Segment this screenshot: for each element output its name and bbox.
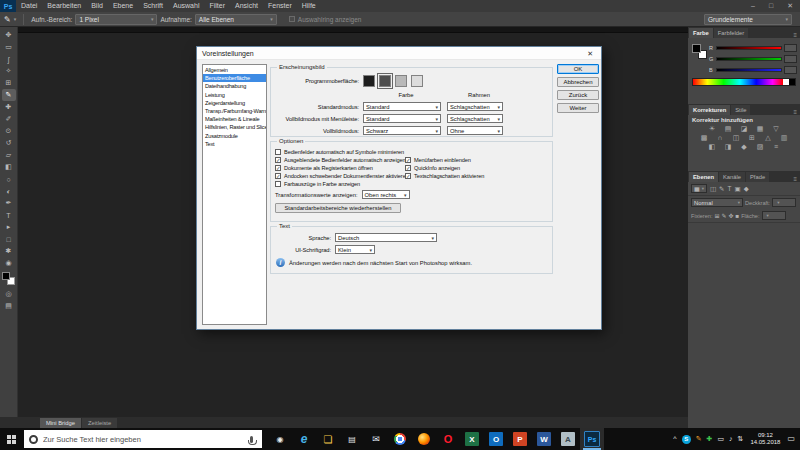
panel-tab[interactable]: Farbe — [689, 28, 713, 38]
panel-tab[interactable]: Farbfelder — [714, 28, 748, 38]
color-slider[interactable] — [716, 57, 782, 61]
border-mode-dropdown[interactable]: Schlagschatten — [447, 102, 503, 111]
quick-mask-button[interactable]: ◎ — [2, 288, 16, 300]
pen-tool-icon[interactable]: ✒ — [2, 197, 16, 209]
close-icon[interactable]: ✕ — [780, 0, 800, 12]
preferences-category-item[interactable]: Leistung — [203, 91, 266, 99]
color-mode-dropdown[interactable]: Schwarz — [363, 126, 441, 135]
show-sampling-ring-checkbox[interactable]: Auswahlring anzeigen — [289, 16, 362, 23]
preferences-category-item[interactable]: Zeigerdarstellung — [203, 99, 266, 107]
preferences-category-item[interactable]: Allgemein — [203, 66, 266, 74]
taskbar-clock[interactable]: 09:12 14.05.2018 — [750, 432, 780, 446]
panel-tab[interactable]: Stile — [731, 105, 750, 115]
mail-app-icon[interactable]: ✉ — [364, 428, 388, 450]
foreground-color-swatch[interactable] — [692, 44, 701, 53]
gradient-tool-icon[interactable]: ◧ — [2, 161, 16, 173]
powerpoint-app-icon[interactable]: P — [508, 428, 532, 450]
preference-checkbox[interactable]: ✓ QuickInfo anzeigen — [405, 164, 484, 172]
layer-filter-icon[interactable]: ◆ — [744, 185, 749, 193]
dialog-button[interactable]: OK — [557, 64, 599, 74]
adjustment-icon[interactable]: ▤ — [723, 125, 734, 133]
dodge-tool-icon[interactable]: ◐ — [2, 185, 16, 197]
adjustment-icon[interactable]: ◧ — [707, 143, 718, 151]
action-center-icon[interactable]: ▭ — [787, 428, 795, 450]
menu-item[interactable]: Hilfe — [297, 0, 321, 12]
dialog-button[interactable]: Abbrechen — [557, 77, 599, 87]
volume-tray-icon[interactable]: ♪ — [729, 428, 733, 450]
workspace-switcher-dropdown[interactable]: Grundelemente — [704, 14, 792, 25]
word-app-icon[interactable]: W — [532, 428, 556, 450]
dialog-close-icon[interactable]: ✕ — [579, 47, 601, 60]
network-tray-icon[interactable]: ⇅ — [738, 428, 744, 450]
preference-checkbox[interactable]: ✓ Ausgeblendete Bedienfelder automatisch… — [275, 156, 409, 164]
healing-brush-tool-icon[interactable]: ✚ — [2, 101, 16, 113]
sample-layers-dropdown[interactable]: Alle Ebenen — [195, 14, 277, 25]
language-dropdown[interactable]: Deutsch — [335, 233, 437, 242]
adjustment-icon[interactable]: ≡ — [771, 143, 782, 151]
preference-checkbox[interactable]: ✓ Dokumente als Registerkarten öffnen — [275, 164, 409, 172]
foreground-background-color-swatches[interactable] — [2, 272, 15, 285]
brush-tool-icon[interactable]: ✐ — [2, 113, 16, 125]
adjustment-icon[interactable]: ▥ — [779, 134, 790, 142]
menu-item[interactable]: Fenster — [263, 0, 297, 12]
opera-app-icon[interactable]: O — [436, 428, 460, 450]
excel-app-icon[interactable]: X — [460, 428, 484, 450]
preference-checkbox[interactable]: Farbauszüge in Farbe anzeigen — [275, 180, 409, 188]
adjustment-icon[interactable]: ◫ — [731, 134, 742, 142]
preference-checkbox[interactable]: Bedienfelder automatisch auf Symbole min… — [275, 148, 409, 156]
color-slider[interactable] — [716, 68, 782, 72]
hidden-icons-chevron-icon[interactable]: ^ — [673, 428, 676, 450]
dialog-button[interactable]: Weiter — [557, 103, 599, 113]
minimize-icon[interactable]: – — [744, 0, 762, 12]
color-mode-dropdown[interactable]: Standard — [363, 114, 441, 123]
tool-preset-chevron-icon[interactable]: ▾ — [14, 16, 17, 22]
dialog-button[interactable]: Zurück — [557, 90, 599, 100]
adjustment-icon[interactable]: ▽ — [771, 125, 782, 133]
layer-filter-icon[interactable]: T — [728, 185, 732, 192]
adjustment-icon[interactable]: △ — [763, 134, 774, 142]
preference-checkbox[interactable]: ✓ Menüfarben einblenden — [405, 156, 484, 164]
layer-filter-icon[interactable]: ▣ — [735, 185, 741, 193]
lock-icon[interactable]: ■ — [736, 213, 740, 219]
lock-icon[interactable]: ✎ — [721, 212, 726, 219]
edge-app-icon[interactable]: e — [292, 428, 316, 450]
move-tool-icon[interactable]: ✥ — [2, 29, 16, 41]
slider-value-box[interactable] — [784, 55, 797, 63]
menu-item[interactable]: Datei — [16, 0, 42, 12]
preferences-category-item[interactable]: Zusatzmodule — [203, 132, 266, 140]
adjustment-icon[interactable]: ◨ — [723, 143, 734, 151]
restore-icon[interactable]: □ — [762, 0, 780, 12]
restore-workspaces-button[interactable]: Standardarbeitsbereiche wiederherstellen — [275, 203, 401, 213]
photoshop-app-icon[interactable]: Ps — [580, 428, 604, 450]
outlook-app-icon[interactable]: O — [484, 428, 508, 450]
layer-filter-icon[interactable]: ◫ — [710, 185, 716, 193]
eyedropper-tool-icon[interactable]: ✎ — [2, 89, 16, 101]
theme-swatch[interactable] — [363, 75, 375, 87]
bottom-panel-tab[interactable]: Mini Bridge — [40, 418, 81, 428]
lock-icon[interactable]: ✥ — [729, 212, 734, 219]
skype-tray-icon[interactable]: S — [682, 435, 691, 444]
preferences-category-item[interactable]: Hilfslinien, Raster und Slices — [203, 123, 266, 131]
menu-item[interactable]: Ebene — [108, 0, 138, 12]
color-spectrum-bar[interactable] — [692, 78, 796, 86]
panel-menu-icon[interactable]: ≡ — [790, 109, 800, 115]
panel-tab[interactable]: Kanäle — [719, 172, 745, 182]
antivirus-tray-icon[interactable]: ✚ — [707, 428, 713, 450]
microphone-icon[interactable] — [250, 436, 253, 443]
adjustment-icon[interactable]: ▨ — [755, 143, 766, 151]
marquee-tool-icon[interactable]: ▭ — [2, 41, 16, 53]
lock-icon[interactable]: ⊞ — [714, 212, 719, 219]
eraser-tool-icon[interactable]: ▱ — [2, 149, 16, 161]
bottom-panel-tab[interactable]: Zeitleiste — [82, 418, 117, 428]
quick-selection-tool-icon[interactable]: ✧ — [2, 65, 16, 77]
blur-tool-icon[interactable]: ○ — [2, 173, 16, 185]
acrobat-app-icon[interactable]: A — [556, 428, 580, 450]
adjustment-icon[interactable]: ◪ — [739, 125, 750, 133]
color-swatch-pair[interactable] — [692, 44, 707, 59]
menu-item[interactable]: Auswahl — [168, 0, 204, 12]
slider-value-box[interactable] — [784, 44, 797, 52]
taskbar-search-box[interactable]: Zur Suche Text hier eingeben — [24, 430, 262, 448]
adjustment-icon[interactable]: ☀ — [707, 125, 718, 133]
border-mode-dropdown[interactable]: Schlagschatten — [447, 114, 503, 123]
people-app-icon[interactable]: ◉ — [268, 428, 292, 450]
